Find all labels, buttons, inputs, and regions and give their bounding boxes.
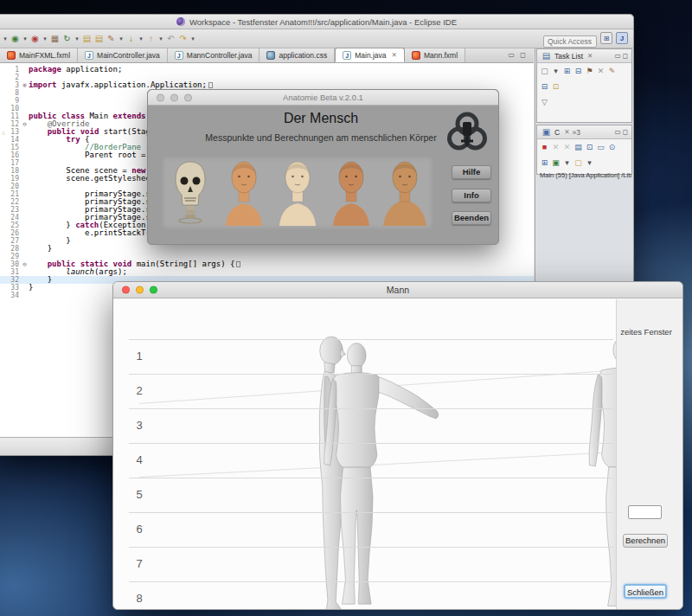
dropdown-caret[interactable]: ▾ [22,33,29,45]
prev-annotation-icon[interactable]: ↑ [145,33,157,45]
fold-toggle-icon[interactable]: ⊕ [21,81,29,89]
remove-all-icon[interactable]: ✕ [562,141,572,153]
new-task-icon[interactable]: ▢ [540,65,549,77]
open-folder-icon[interactable]: ▤ [81,33,93,45]
mann-titlebar[interactable]: Mann [113,282,682,298]
close-button[interactable] [122,286,130,294]
code-text: } [29,245,52,253]
anatomie-titlebar[interactable]: Anatomie Beta v.2.0.1 [148,90,498,106]
collapse-all-icon[interactable]: ⊟ [540,80,549,93]
line-number: 15 [7,144,21,151]
scale-number-1: 1 [131,339,148,374]
tab-MainController.java[interactable]: JMainController.java [78,48,168,62]
child-head-model[interactable] [221,158,267,229]
new-wizard-icon[interactable]: ▦ [49,33,61,45]
view-overflow-label[interactable]: »3 [572,128,580,137]
line-number: 24 [7,214,21,221]
beenden-button[interactable]: Beenden [452,211,491,225]
java-perspective-icon[interactable]: J [616,32,628,44]
minimize-button[interactable] [170,93,178,101]
tab-MainFXML.fxml[interactable]: MainFXML.fxml [0,48,78,62]
remove-launch-icon[interactable]: ✕ [551,141,561,153]
dropdown-caret[interactable]: ▾ [562,157,572,169]
line-number: 12 [7,120,21,128]
pin-console-icon[interactable]: ⊙ [607,141,617,153]
pale-female-head-model[interactable] [274,158,321,229]
sort-icon[interactable]: ⊟ [573,65,583,77]
tab-Main.java[interactable]: JMain.java✕ [335,48,405,62]
console-icon: ▣ [541,126,552,138]
hilfe-button[interactable]: Hilfe [452,165,491,179]
dropdown-caret[interactable]: ▾ [42,33,48,45]
skull-model[interactable] [167,158,214,229]
dropdown-caret[interactable]: ▾ [157,33,164,45]
sidebar-label: zeites Fenster [617,327,676,337]
word-wrap-icon[interactable]: ▭ [596,141,606,153]
dropdown-caret[interactable]: ▾ [2,33,9,45]
hide-completed-icon[interactable]: ✕ [596,65,606,77]
quick-access-input[interactable] [543,35,597,48]
line-number: 16 [7,151,21,159]
next-annotation-icon[interactable]: ↓ [125,33,137,45]
dropdown-caret[interactable]: ▾ [118,33,125,45]
line-number: 19 [7,175,21,183]
schliessen-button[interactable]: Schließen [624,584,667,599]
console-tab-label[interactable]: C [554,128,560,137]
task-list-title[interactable]: Task List [554,52,583,61]
eclipse-titlebar[interactable]: Workspace - Testfenster Anatom!!!/src/ap… [0,15,633,29]
berechnen-button[interactable]: Berechnen [623,534,668,548]
save-folder-icon[interactable]: ▤ [93,33,105,45]
dropdown-caret[interactable]: ▾ [551,65,561,77]
fold-toggle-icon[interactable]: ⊖ [21,260,29,268]
close-view-icon[interactable]: ✕ [564,128,569,136]
male-head-model[interactable] [381,158,428,229]
code-line[interactable]: 31 launch(args); [0,268,534,276]
clear-console-icon[interactable]: ▤ [573,141,583,153]
fold-toggle-icon[interactable]: ⊖ [21,120,29,128]
marker-gutter [0,221,7,229]
dropdown-caret[interactable]: ▾ [189,33,196,45]
close-view-icon[interactable]: ✕ [587,52,593,60]
scroll-lock-icon[interactable]: ⊡ [585,141,594,153]
new-console-icon[interactable]: ▢ [573,157,583,169]
highlight-icon[interactable]: ✎ [607,65,617,77]
forward-history-icon[interactable]: ↷ [177,33,189,45]
focus-icon[interactable]: ⊡ [551,80,561,93]
filter-chevron-icon[interactable]: ▽ [540,96,549,108]
refresh-icon[interactable]: ↻ [61,33,73,45]
display-selected-icon[interactable]: ⊞ [540,157,549,169]
stop-icon[interactable]: ■ [540,141,549,153]
female-head-model[interactable] [328,158,375,229]
measure-input[interactable] [628,505,662,519]
annotate-icon[interactable]: ✎ [106,33,117,45]
zoom-button[interactable] [184,93,192,101]
code-line[interactable]: 1package application; [0,66,534,74]
tab-MannController.java[interactable]: JMannController.java [168,48,260,62]
open-console-icon[interactable]: ▣ [551,157,561,169]
mann-window: Mann [112,281,683,610]
code-line[interactable]: 28 } [0,245,534,253]
debug-icon[interactable]: ◉ [10,33,21,45]
tab-Mann.fxml[interactable]: Mann.fxml [405,48,465,62]
marker-gutter [0,245,7,253]
editor-area-minmax-icons[interactable]: ▭ ◻ [509,51,528,59]
dropdown-caret[interactable]: ▾ [138,33,144,45]
back-history-icon[interactable]: ↶ [165,33,176,45]
dropdown-caret[interactable]: ▾ [585,157,594,169]
open-perspective-icon[interactable]: ⊞ [600,32,612,44]
info-button[interactable]: Info [452,189,491,202]
line-number: 27 [7,237,21,245]
marker-gutter [0,276,7,284]
code-line[interactable]: 3⊕import javafx.application.Application; [0,81,534,89]
minimize-button[interactable] [136,286,144,294]
minimize-maximize-icons[interactable]: ▭ ◻ [615,128,628,136]
dropdown-caret[interactable]: ▾ [74,33,80,45]
close-tab-icon[interactable]: ✕ [392,51,397,59]
minimize-maximize-icons[interactable]: ▭ ◻ [615,52,628,60]
link-editor-icon[interactable]: ⚑ [585,65,594,77]
run-icon[interactable]: ◉ [29,33,41,45]
tab-application.css[interactable]: application.css [260,48,335,62]
categorized-icon[interactable]: ⊞ [562,65,572,77]
close-button[interactable] [157,93,164,101]
zoom-button[interactable] [150,286,157,294]
